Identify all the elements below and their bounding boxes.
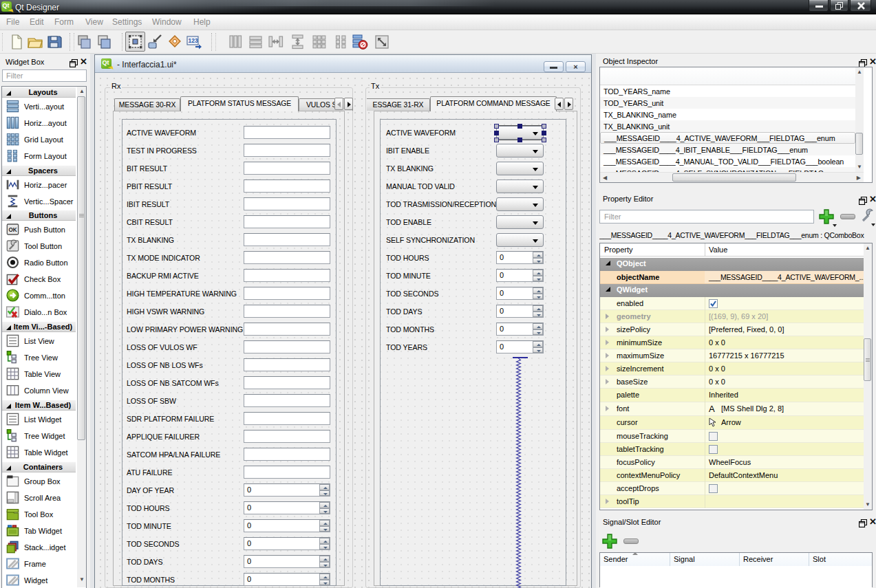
svg-text:123: 123: [189, 37, 198, 44]
svg-text:OK: OK: [9, 227, 17, 233]
